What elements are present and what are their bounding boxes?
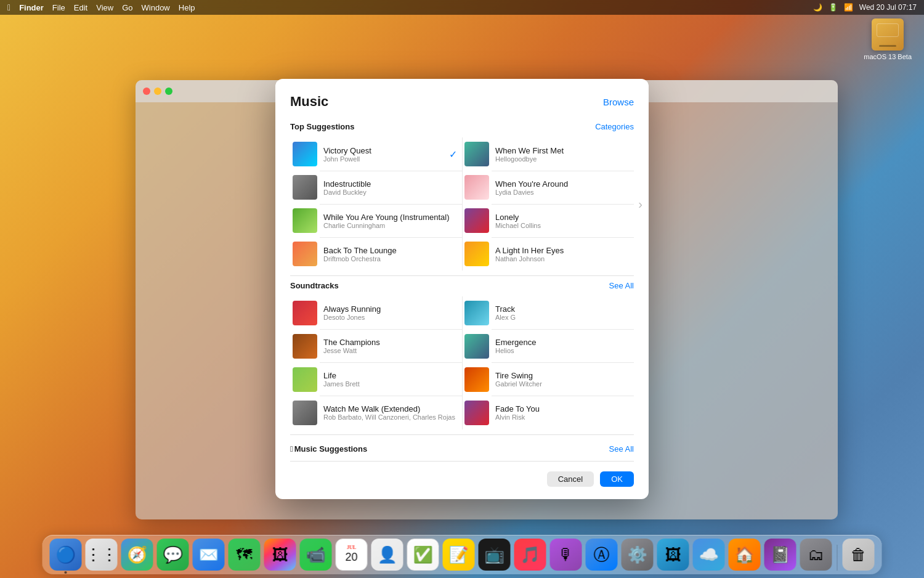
item-artist: Michael Collins: [495, 222, 629, 229]
dock-item-messages[interactable]: 💬: [157, 539, 189, 571]
dock-item-contacts[interactable]: 👤: [371, 539, 403, 571]
album-art: [293, 175, 317, 200]
soundtracks-col-right: TrackAlex GEmergenceHeliosTire SwingGabr…: [462, 296, 634, 429]
dock-item-reminders[interactable]: ✅: [407, 539, 439, 571]
soundtracks-header: Soundtracks See All: [290, 281, 634, 290]
album-art: [293, 208, 317, 233]
item-name: The Champions: [323, 338, 457, 347]
list-item[interactable]: Back To The LoungeDriftmob Orchestra: [290, 237, 462, 271]
soundtracks-col-left: Always RunningDesoto JonesThe ChampionsJ…: [290, 296, 462, 429]
album-art: [464, 175, 489, 200]
album-art: [464, 142, 489, 166]
dock-item-launchpad[interactable]: ⋮⋮: [86, 539, 118, 571]
dock-item-onenote[interactable]: 📓: [764, 539, 796, 571]
list-item[interactable]: TrackAlex G: [462, 296, 634, 330]
item-info: Back To The LoungeDriftmob Orchestra: [323, 246, 457, 263]
dock-item-photos[interactable]: 🖼: [264, 539, 296, 571]
soundtracks-title: Soundtracks: [290, 281, 339, 290]
album-art: [464, 301, 489, 325]
chevron-right-icon[interactable]: ›: [638, 197, 642, 211]
dock-item-appstore[interactable]: Ⓐ: [586, 539, 618, 571]
item-name: Lonely: [495, 213, 629, 222]
dock: 🔵⋮⋮🧭💬✉️🗺🖼📹JUL20👤✅📝📺🎵🎙Ⓐ⚙️🖼☁️🏠📓🗂🗑: [43, 535, 882, 574]
dock-item-notes[interactable]: 📝: [443, 539, 475, 571]
item-name: Tire Swing: [495, 371, 629, 380]
item-name: Victory Quest: [323, 146, 443, 155]
item-info: The ChampionsJesse Watt: [323, 338, 457, 354]
dock-item-safari[interactable]: 🧭: [121, 539, 153, 571]
item-artist: Driftmob Orchestra: [323, 255, 457, 263]
apple-music-section:  Music Suggestions See All: [290, 439, 634, 458]
list-item[interactable]: LonelyMichael Collins: [462, 204, 634, 237]
dock-item-trash[interactable]: 🗑: [843, 539, 875, 571]
album-art: [293, 367, 317, 392]
top-suggestions-title: Top Suggestions: [290, 122, 354, 131]
item-info: A Light In Her EyesNathan Johnson: [495, 246, 629, 263]
item-artist: Alvin Risk: [495, 413, 629, 421]
list-item[interactable]: IndestructibleDavid Buckley: [290, 171, 462, 204]
item-name: Fade To You: [495, 404, 629, 413]
dock-active-dot: [65, 571, 67, 574]
list-item[interactable]: While You Are Young (Instrumental)Charli…: [290, 204, 462, 237]
categories-button[interactable]: Categories: [595, 122, 634, 131]
dock-item-finder[interactable]: 🔵: [50, 539, 82, 571]
item-artist: Gabriel Witcher: [495, 380, 629, 388]
top-suggestions-grid: Victory QuestJohn Powell✓IndestructibleD…: [290, 137, 634, 271]
item-info: When You're AroundLydia Davies: [495, 179, 629, 196]
cancel-button[interactable]: Cancel: [547, 471, 594, 487]
list-item[interactable]: EmergenceHelios: [462, 330, 634, 363]
browse-button[interactable]: Browse: [603, 97, 634, 107]
album-art: [293, 242, 317, 266]
list-item[interactable]: When You're AroundLydia Davies: [462, 171, 634, 204]
item-artist: Helios: [495, 347, 629, 354]
dock-item-filemanager[interactable]: 🗂: [800, 539, 832, 571]
album-art: [464, 208, 489, 233]
item-name: Indestructible: [323, 179, 457, 189]
dock-item-maps[interactable]: 🗺: [229, 539, 261, 571]
dock-item-icloud[interactable]: ☁️: [693, 539, 725, 571]
list-item[interactable]: Victory QuestJohn Powell✓: [290, 137, 462, 171]
section-divider-2: [290, 434, 634, 435]
item-info: Tire SwingGabriel Witcher: [495, 371, 629, 388]
list-item[interactable]: Watch Me Walk (Extended)Rob Barbato, Wil…: [290, 396, 462, 429]
dock-item-calendar[interactable]: JUL20: [336, 539, 368, 571]
album-art: [293, 142, 317, 166]
dock-item-appletv[interactable]: 📺: [479, 539, 511, 571]
dock-item-sysprefs[interactable]: ⚙️: [622, 539, 654, 571]
item-name: When We First Met: [495, 146, 629, 155]
item-artist: Nathan Johnson: [495, 255, 629, 263]
item-info: While You Are Young (Instrumental)Charli…: [323, 213, 457, 229]
album-art: [293, 334, 317, 359]
list-item[interactable]: Fade To YouAlvin Risk: [462, 396, 634, 429]
apple-music-see-all[interactable]: See All: [609, 444, 634, 454]
dock-item-facetime[interactable]: 📹: [300, 539, 332, 571]
list-item[interactable]: The ChampionsJesse Watt: [290, 330, 462, 363]
dock-item-home[interactable]: 🏠: [729, 539, 761, 571]
dock-item-mail[interactable]: ✉️: [193, 539, 225, 571]
soundtracks-see-all[interactable]: See All: [609, 281, 634, 290]
apple-music-text: Music Suggestions: [294, 444, 367, 454]
item-artist: Desoto Jones: [323, 314, 457, 321]
item-name: Track: [495, 304, 629, 314]
item-info: EmergenceHelios: [495, 338, 629, 354]
list-item[interactable]: When We First MetHellogoodbye: [462, 137, 634, 171]
list-item[interactable]: Tire SwingGabriel Witcher: [462, 363, 634, 396]
dock-item-preview[interactable]: 🖼: [657, 539, 689, 571]
modal-header: Music Browse: [290, 94, 634, 110]
top-suggestions-container: Victory QuestJohn Powell✓IndestructibleD…: [290, 137, 634, 271]
item-artist: Jesse Watt: [323, 347, 457, 354]
dock-item-podcasts[interactable]: 🎙: [550, 539, 582, 571]
item-name: When You're Around: [495, 179, 629, 189]
list-item[interactable]: A Light In Her EyesNathan Johnson: [462, 237, 634, 271]
list-item[interactable]: Always RunningDesoto Jones: [290, 296, 462, 330]
item-info: Fade To YouAlvin Risk: [495, 404, 629, 421]
item-name: Emergence: [495, 338, 629, 347]
checkmark-icon: ✓: [449, 149, 457, 160]
modal-footer: Cancel OK: [290, 461, 634, 487]
list-item[interactable]: LifeJames Brett: [290, 363, 462, 396]
ok-button[interactable]: OK: [600, 471, 634, 487]
dock-item-music[interactable]: 🎵: [514, 539, 546, 571]
item-artist: Lydia Davies: [495, 189, 629, 196]
album-art: [293, 401, 317, 425]
item-name: Always Running: [323, 304, 457, 314]
